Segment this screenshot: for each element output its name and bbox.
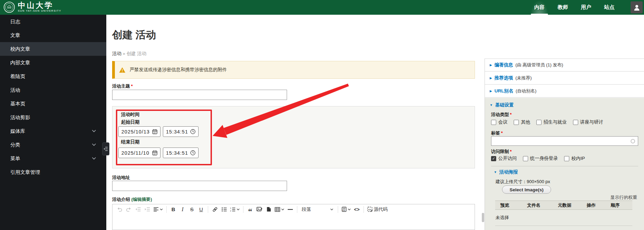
checkbox-meeting[interactable]: 会议 [491,119,508,125]
strikethrough-icon: S [190,206,193,212]
italic-button[interactable]: I [178,205,187,214]
toolbar-separator [363,206,364,213]
editor-content-area[interactable] [112,214,475,230]
numbered-list-button[interactable]: 12 [229,205,241,214]
toolbar-separator [166,206,167,213]
tags-label: 标签* [491,130,503,136]
edit-summary-link[interactable]: (编辑摘要) [131,197,152,202]
start-date-input[interactable]: 2025/10/13 [118,126,160,137]
checkbox-icon [536,120,541,125]
breadcrumb-link-activity[interactable]: 活动 [112,51,121,56]
nav-item-content[interactable]: 内容 [530,0,549,15]
redo-button[interactable] [124,205,133,214]
checkbox-icon [523,156,528,161]
numbered-list-icon: 12 [230,207,236,212]
basic-settings-header[interactable]: ▼ 基础设置 [490,102,514,108]
sidebar-item-menu[interactable]: 菜单 [0,152,106,165]
address-input[interactable] [112,181,287,191]
warning-banner: 严禁发送或传递涉密信息和携带涉密信息的附件 [112,61,475,79]
collapse-menu-icon [104,146,108,151]
end-time-input[interactable]: 15:34:51 [163,148,199,158]
settings-panel: ▶ 编著信息 (由 高级管理员 (1) 发布) ▶ 推荐选项 (未推荐) ▶ U… [485,59,644,230]
nav-item-user[interactable]: 用户 [577,0,595,15]
strikethrough-button[interactable]: S [188,205,196,214]
template-button[interactable] [264,205,273,214]
university-name-cn: 中山大学 [18,2,61,9]
code-icon: <> [354,207,359,212]
sidebar-item-article[interactable]: 文章 [0,28,106,42]
sidebar-item-media-library[interactable]: 媒体库 [0,124,106,138]
access-restriction-label: 访问限制* [491,149,512,155]
source-code-button[interactable]: <> 源代码 [366,205,389,214]
checkbox-public-access[interactable]: ✓公开访问 [491,155,517,162]
sidebar-item-taxonomy[interactable]: 分类 [0,138,106,152]
chevron-down-icon [348,208,351,210]
italic-icon: I [182,206,183,213]
select-images-button[interactable]: Select Image(s) [502,186,551,194]
checkbox-campus-ip[interactable]: 校内IP [564,155,585,162]
nav-item-teacher[interactable]: 教师 [553,0,572,15]
paragraph-style-label: 段落 [302,206,311,213]
indent-icon [144,207,150,212]
media-embed-button[interactable]: <> [341,205,352,214]
source-code-icon: <> [367,207,373,212]
end-date-input[interactable]: 2025/11/10 [118,148,160,158]
sidebar-item-landing-page[interactable]: 着陆页 [0,69,106,83]
section-promotion-options[interactable]: ▶ 推荐选项 (未推荐) [485,72,644,85]
checkbox-sso-login[interactable]: 统一身份登录 [523,155,558,162]
blockquote-button[interactable]: “ [246,205,254,214]
bold-button[interactable]: B [169,205,178,214]
nav-item-site[interactable]: 站点 [600,0,619,15]
subject-label: 活动主题* [112,83,133,89]
poster-section-header[interactable]: ▼ 活动海报 [494,169,518,175]
admin-sidebar: 日志 文章 校内文章 内部文章 着陆页 活动 基本页 活动剪影 媒体库 分类 菜… [0,15,106,230]
insert-image-button[interactable] [255,205,264,214]
access-restriction-options: ✓公开访问 统一身份登录 校内IP [491,155,585,162]
sidebar-item-activity-snapshot[interactable]: 活动剪影 [0,111,106,124]
person-icon [633,4,641,11]
warning-icon [119,67,126,73]
checkbox-other[interactable]: 其他 [514,119,530,125]
sidebar-item-basic-page[interactable]: 基本页 [0,97,106,111]
indent-button[interactable] [143,205,152,214]
section-authoring-info[interactable]: ▶ 编著信息 (由 高级管理员 (1) 发布) [485,59,644,72]
table-button[interactable] [274,205,285,214]
underline-button[interactable]: U [197,205,205,214]
section-url-alias[interactable]: ▶ URL别名 (自动别名) [485,85,644,98]
checkbox-lecture-seminar[interactable]: 讲座与研讨 [573,119,604,125]
sidebar-item-log[interactable]: 日志 [0,15,106,28]
user-avatar[interactable] [631,1,643,13]
tags-input[interactable] [491,136,638,146]
scrollbar-thumb[interactable] [482,213,484,222]
underline-icon: U [199,206,203,212]
start-time-input[interactable]: 15:34:51 [163,126,199,137]
sidebar-item-internal-article[interactable]: 内部文章 [0,56,106,69]
paragraph-style-dropdown[interactable]: 段落 [300,205,335,214]
horizontal-line-button[interactable] [286,205,295,214]
redo-icon [126,207,132,212]
sidebar-item-quoted-article-admin[interactable]: 引用文章管理 [0,165,106,179]
sidebar-item-campus-article[interactable]: 校内文章 [0,42,106,56]
alignment-button[interactable] [152,205,164,214]
section-basic-settings: ▼ 基础设置 活动类型* 会议 其他 招生与就业 讲座与研讨 标签* 访问限制*… [485,98,644,230]
subject-input[interactable] [112,90,287,100]
checkbox-icon [564,156,569,161]
outdent-icon [135,207,141,212]
divider [495,226,632,226]
source-code-label: 源代码 [374,206,388,213]
sidebar-item-activity[interactable]: 活动 [0,83,106,97]
code-button[interactable]: <> [353,205,361,214]
bold-icon: B [171,206,175,212]
undo-button[interactable] [115,205,124,214]
bulleted-list-button[interactable] [220,205,228,214]
align-left-icon [153,207,159,212]
checkbox-admission-employment[interactable]: 招生与就业 [536,119,567,125]
sidebar-collapse-handle[interactable] [102,142,109,155]
checkbox-icon [514,120,519,125]
warning-text: 严禁发送或传递涉密信息和携带涉密信息的附件 [130,67,227,73]
link-button[interactable] [211,205,219,214]
university-logo[interactable]: 中山大学 SUN YAT-SEN UNIVERSITY [3,1,61,13]
outdent-button[interactable] [134,205,142,214]
triangle-down-icon: ▼ [490,103,493,107]
show-row-weights-link[interactable]: 显示行的权重 [610,194,637,201]
